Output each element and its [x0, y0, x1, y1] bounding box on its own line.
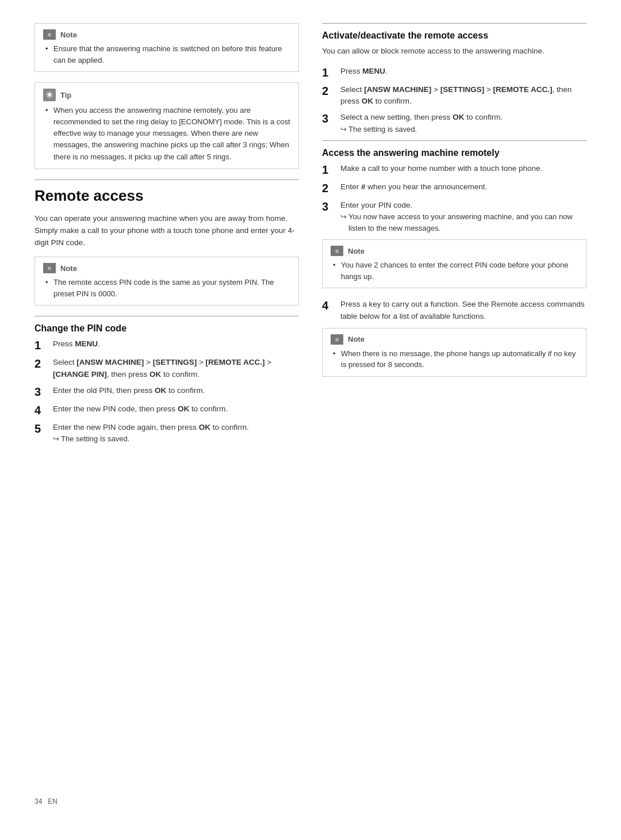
tip-icon: ✳	[43, 89, 56, 101]
acc-step-num-3: 3	[322, 200, 335, 234]
menu-bold-1: MENU	[75, 339, 98, 348]
act-step-content-2: Select [ANSW MACHINE] > [SETTINGS] > [RE…	[340, 84, 586, 108]
note-label-1: Note	[60, 30, 77, 39]
step4-list: 4 Press a key to carry out a function. S…	[322, 299, 586, 322]
note-icon-2: ≡	[43, 263, 56, 273]
step-content-4: Enter the new PIN code, then press OK to…	[53, 403, 299, 417]
remote-access-title: Remote access	[34, 187, 299, 205]
left-column: ≡ Note Ensure that the answering machine…	[34, 23, 299, 780]
change-pin-divider	[34, 316, 299, 316]
note-box-4: ≡ Note When there is no message, the pho…	[322, 328, 586, 377]
step4-num: 4	[322, 299, 335, 322]
acc-step-content-3: Enter your PIN code. You now have access…	[340, 200, 586, 234]
step4-content: Press a key to carry out a function. See…	[340, 299, 586, 322]
access-step-2: 2 Enter # when you hear the announcement…	[322, 181, 586, 195]
note-list-2: The remote access PIN code is the same a…	[43, 277, 290, 299]
change-pin-step-2: 2 Select [ANSW MACHINE] > [SETTINGS] > […	[34, 357, 299, 380]
change-pin-step-1: 1 Press MENU.	[34, 338, 299, 352]
page: ≡ Note Ensure that the answering machine…	[0, 0, 621, 840]
step4-item: 4 Press a key to carry out a function. S…	[322, 299, 586, 322]
changepin-bold-2: [CHANGE PIN]	[53, 370, 107, 379]
ok-bold-3: OK	[155, 386, 166, 395]
tip-label: Tip	[60, 91, 71, 100]
access-remotely-title: Access the answering machine remotely	[322, 148, 586, 158]
act-step-num-3: 3	[322, 112, 335, 135]
note-header-4: ≡ Note	[331, 334, 578, 345]
step-content-3: Enter the old PIN, then press OK to conf…	[53, 385, 299, 399]
activate-intro: You can allow or block remote access to …	[322, 45, 586, 58]
step-num-4: 4	[34, 403, 47, 417]
ok-bold-4: OK	[178, 404, 189, 413]
step-num-2: 2	[34, 357, 47, 380]
change-pin-result: The setting is saved.	[53, 433, 299, 445]
note-item-2-1: The remote access PIN code is the same a…	[45, 277, 290, 299]
note-item-1-1: Ensure that the answering machine is swi…	[45, 43, 290, 66]
note-item-4-1: When there is no message, the phone hang…	[333, 348, 578, 371]
note-list-4: When there is no message, the phone hang…	[331, 348, 578, 371]
two-column-layout: ≡ Note Ensure that the answering machine…	[34, 23, 586, 780]
step-content-1: Press MENU.	[53, 338, 299, 352]
activate-steps: 1 Press MENU. 2 Select [ANSW MACHINE] > …	[322, 66, 586, 135]
tip-list: When you access the answering machine re…	[43, 105, 290, 163]
access-remotely-divider	[322, 140, 586, 141]
act-remote-bold: [REMOTE ACC.]	[493, 85, 553, 94]
page-footer: 34 EN	[34, 797, 586, 805]
note-label-4: Note	[348, 335, 365, 343]
activate-step-3: 3 Select a new setting, then press OK to…	[322, 112, 586, 135]
access-result: You now have access to your answering ma…	[340, 211, 586, 234]
hash-bold: #	[361, 182, 366, 191]
acc-step-content-2: Enter # when you hear the announcement.	[340, 181, 586, 195]
note-header-2: ≡ Note	[43, 263, 290, 273]
note-icon-1: ≡	[43, 29, 56, 40]
ok-bold-2: OK	[150, 370, 161, 379]
tip-item-1: When you access the answering machine re…	[45, 105, 290, 163]
note-list-3: You have 2 chances to enter the correct …	[331, 259, 578, 282]
activate-title: Activate/deactivate the remote access	[322, 30, 586, 41]
note-icon-4: ≡	[331, 334, 343, 345]
acc-step-content-1: Make a call to your home number with a t…	[340, 163, 586, 177]
note-header-3: ≡ Note	[331, 246, 578, 256]
activate-result: The setting is saved.	[340, 124, 586, 135]
act-ok-bold-3: OK	[453, 113, 464, 121]
note-header-1: ≡ Note	[43, 29, 290, 40]
step-content-2: Select [ANSW MACHINE] > [SETTINGS] > [RE…	[53, 357, 299, 380]
activate-divider	[322, 23, 586, 24]
acc-step-num-2: 2	[322, 181, 335, 195]
access-step-1: 1 Make a call to your home number with a…	[322, 163, 586, 177]
right-column: Activate/deactivate the remote access Yo…	[322, 23, 586, 780]
act-step-num-1: 1	[322, 66, 335, 79]
act-menu-bold: MENU	[362, 67, 385, 75]
page-lang: EN	[48, 797, 57, 805]
remote-access-divider	[34, 180, 299, 180]
page-number: 34	[34, 797, 42, 805]
step-content-5: Enter the new PIN code again, then press…	[53, 422, 299, 445]
tip-box: ✳ Tip When you access the answering mach…	[34, 82, 299, 169]
tip-header: ✳ Tip	[43, 89, 290, 101]
remote-access-intro: You can operate your answering machine w…	[34, 213, 299, 249]
access-steps: 1 Make a call to your home number with a…	[322, 163, 586, 234]
act-step-content-1: Press MENU.	[340, 66, 586, 79]
remote-bold-2: [REMOTE ACC.]	[206, 358, 265, 366]
act-settings-bold: [SETTINGS]	[440, 85, 485, 94]
step-num-5: 5	[34, 422, 47, 445]
note-box-1: ≡ Note Ensure that the answering machine…	[34, 23, 299, 72]
access-step-3: 3 Enter your PIN code. You now have acce…	[322, 200, 586, 234]
acc-step-num-1: 1	[322, 163, 335, 177]
act-ok-bold-2: OK	[362, 97, 373, 105]
step-num-3: 3	[34, 385, 47, 399]
note-item-3-1: You have 2 chances to enter the correct …	[333, 259, 578, 282]
act-step-content-3: Select a new setting, then press OK to c…	[340, 112, 586, 135]
note-icon-3: ≡	[331, 246, 343, 256]
note-list-1: Ensure that the answering machine is swi…	[43, 43, 290, 66]
note-box-3: ≡ Note You have 2 chances to enter the c…	[322, 239, 586, 288]
note-label-3: Note	[348, 247, 365, 255]
activate-step-2: 2 Select [ANSW MACHINE] > [SETTINGS] > […	[322, 84, 586, 108]
change-pin-step-4: 4 Enter the new PIN code, then press OK …	[34, 403, 299, 417]
change-pin-steps: 1 Press MENU. 2 Select [ANSW MACHINE] > …	[34, 338, 299, 444]
act-step-num-2: 2	[322, 84, 335, 108]
note-box-2: ≡ Note The remote access PIN code is the…	[34, 257, 299, 306]
note-label-2: Note	[60, 264, 77, 273]
step-num-1: 1	[34, 338, 47, 352]
change-pin-title: Change the PIN code	[34, 323, 299, 334]
change-pin-step-5: 5 Enter the new PIN code again, then pre…	[34, 422, 299, 445]
